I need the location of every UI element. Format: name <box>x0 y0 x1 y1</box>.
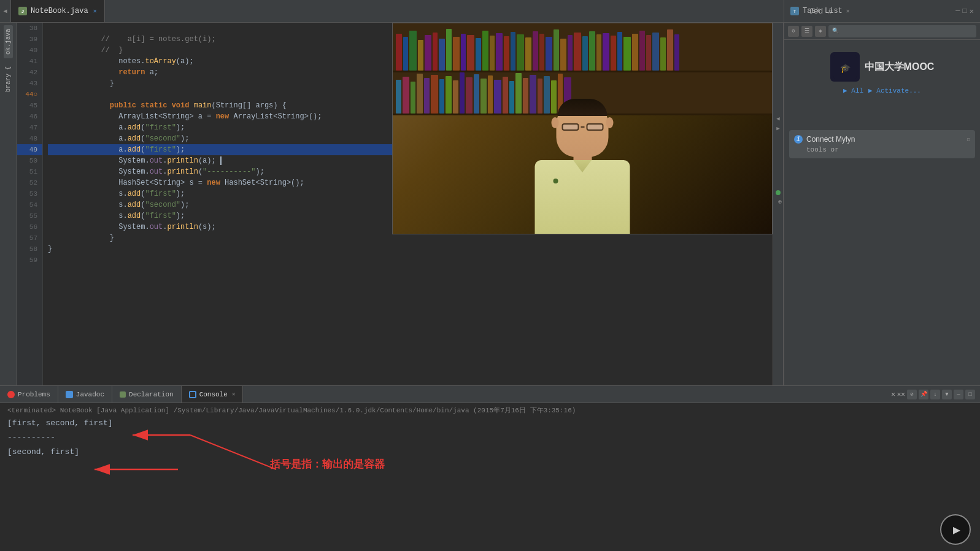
expand-btn[interactable]: ▶ <box>774 125 782 132</box>
console-tab[interactable]: Console ✕ <box>182 386 244 403</box>
mylyn-desc: tools or <box>794 146 970 153</box>
window-controls: ─ □ ✕ <box>955 7 974 16</box>
line-num-40: 40 <box>17 45 42 56</box>
line-num-46: 46 <box>17 111 42 122</box>
jed-label: Jed # <box>809 7 833 16</box>
declaration-label: Declaration <box>129 391 174 398</box>
sidebar-toggle[interactable]: ◀ <box>0 0 11 22</box>
console-label: Console <box>199 391 228 398</box>
line-num-45: 45 <box>17 100 42 111</box>
line-num-41: 41 <box>17 56 42 67</box>
side-indicators: ⊕ <box>776 190 784 206</box>
svg-text:🎓: 🎓 <box>839 63 851 74</box>
all-button[interactable]: ▶ All <box>843 87 863 94</box>
output-line-2: ---------- <box>7 430 973 444</box>
mooc-icon: 🎓 <box>830 52 860 82</box>
line-num-39: 39 <box>17 34 42 45</box>
javadoc-tab[interactable]: Javadoc <box>58 386 112 403</box>
bottom-tabs: Problems Javadoc Declaration Console ✕ ✕… <box>0 386 980 403</box>
code-line-58: } <box>48 244 773 255</box>
mylyn-expand-icon[interactable]: ◻ <box>967 136 970 143</box>
javadoc-icon <box>66 391 73 398</box>
side-tool-1[interactable]: ⊕ <box>776 198 784 206</box>
main-area: ok.java brary { 38 39 40 41 42 43 44○ 45 <box>0 23 980 385</box>
line-num-49: 49 <box>17 144 42 155</box>
line-num-50: 50 <box>17 155 42 166</box>
right-panel-toolbar: ⊙ ☰ ◈ 🔍 <box>784 23 980 40</box>
notebook-tab-label: NoteBook.java <box>31 7 88 15</box>
line-num-57: 57 <box>17 233 42 244</box>
mooc-logo-svg: 🎓 <box>833 55 857 79</box>
console-close[interactable]: ✕ <box>232 391 235 398</box>
problems-tab[interactable]: Problems <box>0 386 58 403</box>
top-tab-bar: ◀ J NoteBook.java ✕ Jed # T Task List ✕ … <box>0 0 980 23</box>
console-pin-btn[interactable]: 📌 <box>919 390 928 399</box>
collapse-btn[interactable]: ◀ <box>774 115 782 122</box>
console-minimize-btn[interactable]: ─ <box>954 390 963 399</box>
terminated-line: <terminated> NoteBook [Java Application]… <box>0 403 980 415</box>
output-line-1: [first, second, first] <box>7 416 973 430</box>
console-terminate-btn[interactable]: ✕ <box>891 390 895 398</box>
left-sidebar: ok.java brary { <box>0 23 17 385</box>
annotation-text: 括号是指：输出的是容器 <box>270 457 385 471</box>
console-scroll-btn[interactable]: ↓ <box>930 390 940 399</box>
task-list-icon: T <box>790 7 799 15</box>
java-file-icon: J <box>18 7 27 15</box>
line-num-47: 47 <box>17 122 42 133</box>
connect-mylyn-title: Connect Mylyn <box>806 135 855 144</box>
mooc-text-group: 中国大学MOOC <box>865 61 935 74</box>
console-area: <terminated> NoteBook [Java Application]… <box>0 403 980 551</box>
play-icon: ▶ <box>953 522 960 538</box>
toolbar-icon-3[interactable]: ◈ <box>815 26 826 37</box>
minimize-btn[interactable]: ─ <box>955 7 960 16</box>
problems-icon <box>7 391 15 398</box>
editor-tabs: J NoteBook.java ✕ <box>11 0 784 22</box>
line-num-52: 52 <box>17 177 42 188</box>
line-num-38: 38 <box>17 23 42 34</box>
output-line-3: [second, first] <box>7 445 973 459</box>
close-btn[interactable]: ✕ <box>970 7 974 16</box>
right-panel: ⊙ ☰ ◈ 🔍 🎓 中国大学MOOC <box>784 23 980 385</box>
notebook-tab[interactable]: J NoteBook.java ✕ <box>11 0 105 22</box>
person-figure <box>535 99 630 234</box>
connect-mylyn-header: i Connect Mylyn ◻ <box>794 135 970 144</box>
line-num-44: 44○ <box>17 89 42 100</box>
mooc-logo: 🎓 中国大学MOOC <box>830 52 935 82</box>
search-box[interactable]: 🔍 <box>828 25 976 37</box>
console-maximize-btn[interactable]: □ <box>965 390 975 399</box>
play-button[interactable]: ▶ <box>940 514 971 545</box>
console-clear-btn[interactable]: ⊘ <box>907 390 917 399</box>
line-numbers: 38 39 40 41 42 43 44○ 45 46 47 48 49 50 … <box>17 23 43 385</box>
task-list-close[interactable]: ✕ <box>846 7 850 15</box>
console-icon <box>189 391 196 398</box>
jed-header: Jed # <box>803 0 839 23</box>
code-editor[interactable]: 38 39 40 41 42 43 44○ 45 46 47 48 49 50 … <box>17 23 773 385</box>
console-options-btn[interactable]: ▼ <box>942 390 952 399</box>
line-num-53: 53 <box>17 188 42 199</box>
toolbar-icon-2[interactable]: ☰ <box>801 26 812 37</box>
line-num-55: 55 <box>17 210 42 222</box>
ok-java-tab[interactable]: ok.java <box>4 25 13 58</box>
ok-java-label: ok.java <box>5 29 12 55</box>
toolbar-icon-1[interactable]: ⊙ <box>788 26 799 37</box>
declaration-tab[interactable]: Declaration <box>112 386 182 403</box>
mooc-branding-area: 🎓 中国大学MOOC ▶ All ▶ Activate... <box>784 40 980 101</box>
tab-modified-indicator: ✕ <box>93 7 97 15</box>
video-overlay <box>392 23 773 234</box>
library-tab[interactable]: brary { <box>4 63 13 96</box>
maximize-btn[interactable]: □ <box>963 7 967 16</box>
line-num-43: 43 <box>17 78 42 89</box>
activate-button[interactable]: ▶ Activate... <box>868 87 921 94</box>
right-panel-body: i Connect Mylyn ◻ tools or <box>784 101 980 385</box>
line-num-48: 48 <box>17 133 42 144</box>
declaration-icon <box>120 391 126 398</box>
mooc-title: 中国大学MOOC <box>865 61 935 74</box>
green-indicator <box>776 190 781 195</box>
console-toolbar: ✕ ✕✕ ⊘ 📌 ↓ ▼ ─ □ <box>891 390 980 399</box>
console-terminate-btn2[interactable]: ✕✕ <box>897 390 905 398</box>
bottom-panel: Problems Javadoc Declaration Console ✕ ✕… <box>0 385 980 551</box>
library-label: brary { <box>5 66 12 92</box>
info-icon: i <box>794 135 803 144</box>
javadoc-label: Javadoc <box>76 391 104 398</box>
line-num-54: 54 <box>17 199 42 210</box>
